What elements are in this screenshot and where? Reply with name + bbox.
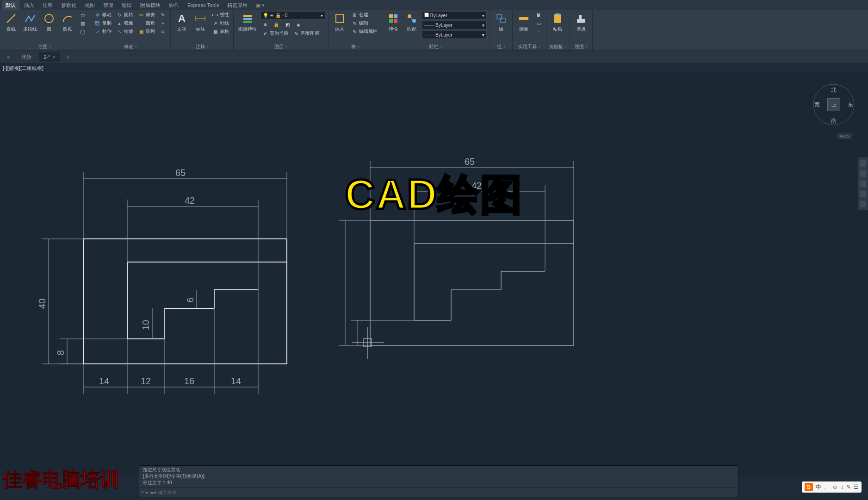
rotate-button[interactable]: ↻旋转: [115, 11, 135, 19]
stretch-button[interactable]: ⤢拉伸: [93, 28, 113, 35]
overlay-title: CAD绘图: [345, 167, 523, 223]
tab-manage[interactable]: 管理: [99, 0, 117, 10]
compass-north[interactable]: 北: [831, 86, 837, 94]
ime-lang-button[interactable]: 中: [816, 483, 821, 491]
command-close-icon[interactable]: ×: [141, 490, 144, 495]
color-dropdown[interactable]: ByLayer▾: [422, 11, 487, 19]
arc-button[interactable]: 圆弧: [59, 11, 76, 33]
measure-button[interactable]: 测量: [515, 11, 532, 33]
linetype-dropdown[interactable]: ─── ByLayer▾: [422, 21, 487, 29]
nav-showmotion-icon[interactable]: [860, 201, 866, 207]
view-cube-face[interactable]: 上: [827, 98, 840, 111]
polyline-button[interactable]: 多段线: [21, 11, 39, 33]
explode-icon[interactable]: ✧: [158, 19, 167, 27]
tab-view[interactable]: 视图: [81, 0, 99, 10]
new-tab-button[interactable]: +: [63, 54, 73, 60]
mirror-button[interactable]: ▲镜像: [115, 19, 135, 27]
panel-utilities: 测量 🖩 ▭ · 实用工具: [513, 10, 546, 50]
rect-icon[interactable]: ▭: [78, 11, 87, 19]
tab-express[interactable]: Express Tools: [184, 1, 223, 9]
tab-parametric[interactable]: 参数化: [57, 0, 80, 10]
nav-pan-icon[interactable]: [860, 170, 866, 177]
select-icon[interactable]: ▭: [534, 19, 543, 27]
viewport-label[interactable]: [-][俯视][二维线框]: [3, 65, 43, 72]
sogou-logo-icon[interactable]: S: [805, 483, 813, 491]
compass-east[interactable]: 东: [848, 101, 853, 109]
layer-color-icon[interactable]: ◩: [283, 21, 292, 28]
array-button[interactable]: ▦阵列: [136, 28, 156, 35]
watermark-text: 佳睿电脑培训: [3, 467, 119, 493]
basepoint-button[interactable]: 基点: [573, 11, 589, 33]
erase-icon[interactable]: ✎: [158, 11, 167, 19]
tab-addins[interactable]: 附加模块: [136, 0, 164, 10]
create-block-button[interactable]: ⊞创建: [350, 11, 379, 19]
compass-west[interactable]: 西: [814, 101, 820, 109]
linear-button[interactable]: ⟷线性: [211, 11, 230, 19]
copy-button[interactable]: ⿻复制: [93, 19, 113, 27]
compass-south[interactable]: 南: [831, 117, 837, 125]
tab-output[interactable]: 输出: [118, 0, 136, 10]
edit-attr-button[interactable]: ✎编辑属性: [350, 28, 379, 35]
trim-button[interactable]: ✂修剪: [136, 11, 156, 19]
ellipse-icon[interactable]: ◯: [78, 28, 87, 35]
panel-layers-title: 图层: [236, 43, 325, 50]
panel-annotation-title: 注释: [174, 43, 230, 50]
panel-blocks-title: 块: [331, 43, 379, 50]
drawing-canvas[interactable]: 65 42 40 8 14 12 16 14 10 6: [0, 72, 868, 475]
layer-freeze-icon[interactable]: ❄: [260, 21, 270, 28]
dim-40: 40: [37, 299, 47, 309]
calc-icon[interactable]: 🖩: [534, 11, 543, 19]
layer-iso-icon[interactable]: ◈: [294, 21, 303, 28]
dim-r65: 65: [465, 156, 475, 167]
tab-default[interactable]: 默认: [2, 0, 19, 10]
layer-lock-icon[interactable]: 🔒: [272, 21, 281, 28]
command-input[interactable]: [158, 490, 736, 495]
lineweight-dropdown[interactable]: ─── ByLayer▾: [422, 31, 487, 39]
ime-skin-button[interactable]: ✎: [846, 484, 851, 490]
svg-rect-19: [554, 14, 561, 23]
ime-menu-button[interactable]: ☰: [854, 484, 859, 490]
tab-featured[interactable]: 精选应用: [223, 0, 251, 10]
tab-more-icon[interactable]: ▣ ▾: [252, 1, 268, 10]
nav-zoom-icon[interactable]: [860, 181, 866, 187]
ime-softkb-button[interactable]: ↓: [841, 484, 843, 490]
tab-annotate[interactable]: 注释: [39, 0, 56, 10]
view-cube[interactable]: 上 北 南 西 东: [811, 81, 857, 128]
nav-wheel-icon[interactable]: [860, 160, 866, 167]
svg-line-15: [411, 18, 413, 19]
text-button[interactable]: A文字: [174, 11, 190, 33]
ime-punct-button[interactable]: 、: [824, 483, 830, 491]
drawing-tab[interactable]: 2-*×: [39, 52, 60, 62]
dimension-button[interactable]: 标注: [192, 11, 209, 33]
ime-emoji-button[interactable]: ☺: [832, 484, 838, 490]
command-history-icon[interactable]: ☰▾: [150, 490, 156, 495]
properties-button[interactable]: 特性: [385, 11, 402, 33]
edit-block-button[interactable]: ✎编辑: [350, 19, 379, 27]
leader-button[interactable]: ↗引线: [211, 19, 230, 27]
tab-collab[interactable]: 协作: [165, 0, 183, 10]
match-props-button[interactable]: 匹配: [403, 11, 420, 33]
panel-layers: 图层特性 💡 ☀ 🔓 ▫ 0▾ ❄ 🔒 ◩ ◈ ✔置为当前 ✎匹配图层 图层: [234, 10, 329, 50]
hamburger-icon[interactable]: ≡: [3, 54, 14, 60]
offset-icon[interactable]: ⊂: [158, 28, 167, 35]
nav-orbit-icon[interactable]: [860, 191, 866, 197]
circle-button[interactable]: 圆: [41, 11, 57, 33]
line-button[interactable]: 直线: [3, 11, 19, 33]
layer-dropdown[interactable]: 💡 ☀ 🔓 ▫ 0▾: [260, 11, 325, 19]
hatch-icon[interactable]: ▨: [78, 19, 87, 27]
group-button[interactable]: 组: [493, 11, 509, 33]
point-icon[interactable]: ·: [534, 28, 543, 35]
set-current-button[interactable]: ✔置为当前: [260, 30, 290, 37]
tab-insert[interactable]: 插入: [20, 0, 38, 10]
scale-button[interactable]: ⤡缩放: [115, 28, 135, 35]
wcs-badge[interactable]: WCS: [837, 133, 852, 139]
fillet-button[interactable]: ⌒圆角: [136, 19, 156, 27]
move-button[interactable]: ✥移动: [93, 11, 113, 19]
layer-properties-button[interactable]: 图层特性: [236, 11, 259, 33]
start-tab[interactable]: 开始: [17, 52, 36, 62]
insert-block-button[interactable]: 插入: [331, 11, 348, 33]
table-button[interactable]: ▦表格: [211, 28, 230, 35]
paste-button[interactable]: 粘贴: [549, 11, 566, 33]
match-layer-button[interactable]: ✎匹配图层: [291, 30, 321, 37]
close-tab-icon[interactable]: ×: [53, 55, 56, 60]
